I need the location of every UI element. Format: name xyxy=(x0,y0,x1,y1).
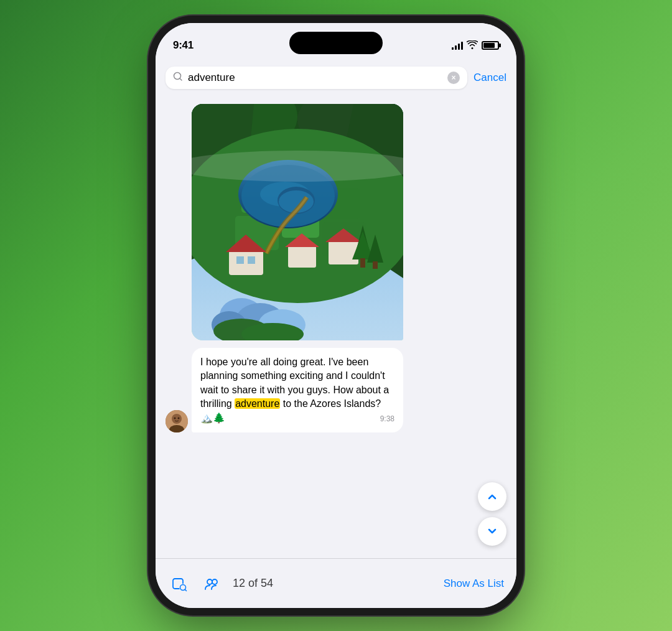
svg-point-48 xyxy=(212,579,217,584)
svg-point-40 xyxy=(172,414,182,424)
dynamic-island xyxy=(289,32,383,54)
search-input-wrapper: × xyxy=(166,67,467,89)
svg-rect-25 xyxy=(329,241,358,264)
status-icons xyxy=(452,40,499,51)
search-input[interactable] xyxy=(188,72,442,84)
search-icon xyxy=(173,72,183,84)
phone-frame: 9:41 xyxy=(156,23,516,608)
nav-arrows xyxy=(478,482,506,546)
search-in-chat-button[interactable] xyxy=(168,573,190,595)
svg-point-38 xyxy=(192,151,403,182)
search-bar-container: × Cancel xyxy=(156,60,516,95)
svg-rect-23 xyxy=(288,246,316,268)
signal-icon xyxy=(452,41,463,50)
clear-icon: × xyxy=(452,74,456,82)
bottom-bar: 12 of 54 Show As List xyxy=(156,558,516,608)
svg-rect-21 xyxy=(236,256,244,264)
svg-point-47 xyxy=(207,579,212,584)
wifi-icon xyxy=(467,40,478,51)
svg-point-43 xyxy=(178,417,180,419)
chat-area: I hope you're all doing great. I've been… xyxy=(156,98,516,558)
svg-point-42 xyxy=(174,417,176,419)
message-highlight: adventure xyxy=(235,398,280,409)
svg-rect-22 xyxy=(248,256,255,264)
svg-rect-19 xyxy=(229,250,263,275)
search-contacts-button[interactable] xyxy=(200,573,223,595)
clear-search-button[interactable]: × xyxy=(447,72,460,84)
message-image xyxy=(192,104,403,340)
show-as-list-button[interactable]: Show As List xyxy=(444,577,504,590)
svg-rect-35 xyxy=(360,258,365,268)
nav-down-button[interactable] xyxy=(478,517,506,546)
cancel-button[interactable]: Cancel xyxy=(474,72,506,84)
result-count: 12 of 54 xyxy=(233,577,273,590)
message-text-bubble-wrapper: I hope you're all doing great. I've been… xyxy=(166,348,506,432)
status-time: 9:41 xyxy=(173,39,194,52)
svg-rect-37 xyxy=(373,261,378,269)
avatar xyxy=(166,410,188,432)
message-bubble-image xyxy=(166,104,506,340)
battery-icon xyxy=(482,41,499,50)
message-text: I hope you're all doing great. I've been… xyxy=(192,348,403,432)
message-timestamp: 9:38 xyxy=(380,414,394,424)
nav-up-button[interactable] xyxy=(478,482,506,511)
